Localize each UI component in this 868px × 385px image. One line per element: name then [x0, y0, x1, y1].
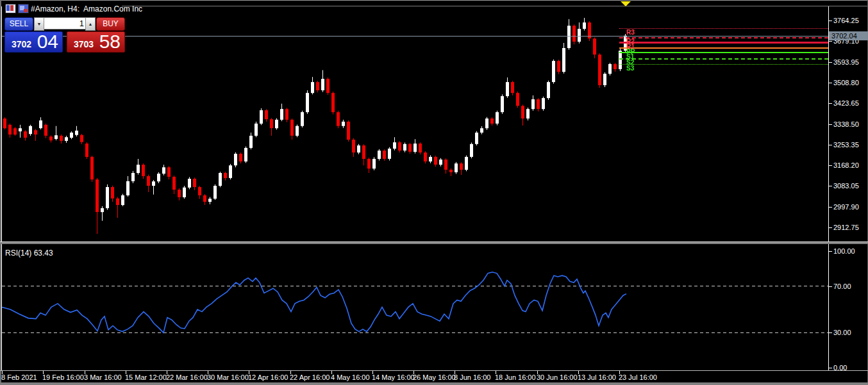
price-tick-mark [829, 186, 832, 186]
pane-splitter[interactable] [0, 242, 868, 244]
time-tick-label: 12 Apr 16:00 [248, 373, 288, 381]
volume-increase-button[interactable]: ▲ [85, 17, 96, 31]
price-tick-label: 3423.65 [833, 99, 859, 107]
rsi-tick-label: 0.00 [833, 364, 847, 372]
pivot-line-r2 [619, 37, 828, 38]
window-edge-top [0, 0, 868, 1]
rsi-indicator-pane[interactable] [0, 245, 828, 370]
buy-price-main: 3703 [74, 39, 94, 49]
time-tick-label: 22 Mar 16:00 [166, 373, 208, 381]
rsi-tick-label: 70.00 [833, 283, 851, 290]
buy-price-button[interactable]: 3703 58 [67, 31, 125, 53]
rsi-tick-mark [829, 332, 832, 333]
rsi-tick-label: 100.00 [833, 247, 855, 255]
rsi-tick-label: 30.00 [833, 329, 851, 336]
time-tick-label: 13 Jul 16:00 [578, 373, 616, 381]
pivot-line-pp [619, 47, 828, 49]
pivot-line-r3 [619, 28, 828, 29]
price-tick-mark [829, 145, 832, 145]
time-tick-label: 23 Jul 16:00 [619, 373, 657, 381]
chart-title: #Amazon, H4: Amazon.Com Inc [31, 4, 142, 13]
chart-window: R3R2R1PPS1S2S3 #Amazon, H4: Amazon.Com I… [0, 0, 868, 385]
time-tick-label: 19 Feb 16:00 [42, 373, 84, 381]
time-tick-label: 4 May 16:00 [331, 373, 370, 381]
sell-price-main: 3702 [12, 39, 31, 49]
title-bar: #Amazon, H4: Amazon.Com Inc [3, 2, 362, 14]
price-tick-mark [829, 227, 832, 228]
rsi-tick-mark [829, 286, 832, 287]
price-tick-label: 3083.05 [833, 182, 859, 190]
price-tick-mark [829, 165, 832, 166]
time-tick-label: 30 Mar 16:00 [207, 373, 249, 381]
price-tick-label: 3338.50 [833, 120, 859, 128]
sell-price-button[interactable]: 3702 04 [4, 31, 63, 53]
price-tick-mark [829, 103, 832, 104]
pivot-line-r1 [619, 42, 828, 44]
time-tick-label: 22 Apr 16:00 [290, 373, 330, 381]
price-tick-label: 3764.25 [833, 17, 859, 24]
pivot-line-s1 [619, 52, 828, 53]
volume-decrease-button[interactable]: ▼ [34, 17, 44, 31]
price-tick-mark [829, 20, 832, 21]
price-tick-label: 3168.20 [833, 161, 859, 169]
chart-bars-icon [5, 4, 16, 13]
time-axis-separator [0, 370, 868, 371]
pivot-label-s3: S3 [626, 65, 634, 71]
axis-divider [828, 6, 829, 370]
price-tick-mark [829, 41, 832, 42]
rsi-indicator-label: RSI(14) 63.43 [5, 249, 53, 258]
chart-shift-icon [18, 4, 29, 13]
price-tick-label: 3508.80 [833, 79, 859, 86]
price-tick-mark [829, 62, 832, 63]
current-price-tag: 3702.04 [829, 31, 868, 40]
time-tick-label: 18 Jun 16:00 [495, 373, 536, 381]
last-bar-marker-icon [621, 1, 631, 6]
time-tick-label: 14 May 16:00 [372, 373, 415, 381]
sell-price-points: 04 [37, 31, 58, 53]
sell-button[interactable]: SELL [4, 17, 33, 31]
price-tick-mark [829, 124, 832, 125]
price-tick-mark [829, 207, 832, 208]
time-tick-label: 8 Feb 2021 [1, 373, 37, 381]
time-tick-label: 3 Mar 16:00 [84, 373, 122, 381]
buy-price-points: 58 [99, 31, 121, 53]
window-bottom-strip [0, 382, 868, 385]
chart-left-border [1, 6, 2, 370]
pivot-line-s3 [619, 64, 828, 65]
rsi-tick-mark [829, 368, 832, 368]
pivot-line-s2 [619, 58, 828, 60]
pivot-label-r3: R3 [626, 29, 635, 35]
time-tick-label: 8 Jun 16:00 [454, 373, 491, 381]
volume-input[interactable] [44, 17, 87, 29]
price-tick-label: 2997.90 [833, 203, 859, 211]
price-tick-label: 3593.95 [833, 58, 859, 66]
time-tick-label: 30 Jun 16:00 [537, 373, 578, 381]
price-tick-label: 2912.75 [833, 224, 859, 231]
one-click-trading-panel: SELL ▼ ▲ BUY 3702 04 3703 58 [4, 17, 124, 50]
buy-button[interactable]: BUY [96, 17, 125, 31]
time-tick-label: 26 May 16:00 [413, 373, 456, 381]
rsi-tick-mark [829, 251, 832, 252]
current-price-line [2, 36, 828, 37]
price-tick-label: 3253.35 [833, 141, 859, 149]
price-tick-mark [829, 83, 832, 83]
time-tick-label: 15 Mar 12:00 [125, 373, 167, 381]
